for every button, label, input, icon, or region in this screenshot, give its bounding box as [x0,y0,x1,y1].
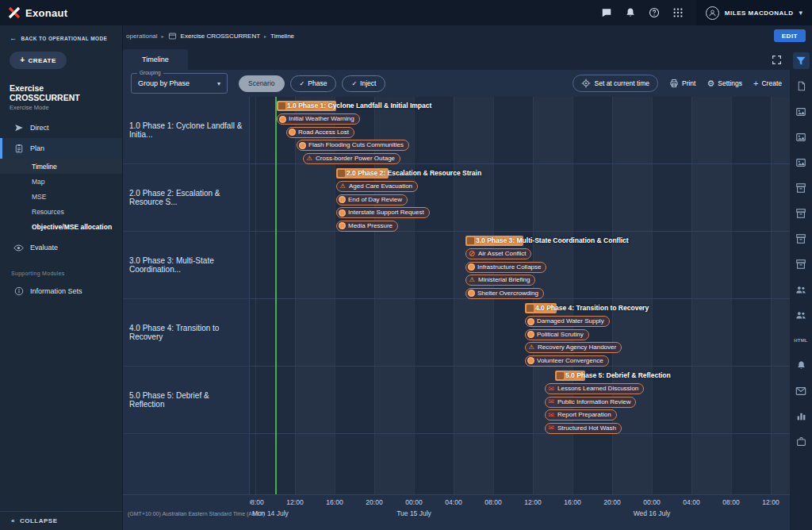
breadcrumb-operational[interactable]: operational [126,33,158,40]
inject-pill[interactable]: Damaged Water Supply [525,316,610,327]
inject-icon [339,196,346,203]
archive-1-icon[interactable] [793,179,810,196]
archive-4-icon[interactable] [793,255,810,272]
exonaut-logo[interactable]: Exonaut [8,6,67,19]
axis-tick: 00:00 [405,498,422,506]
media-1-icon[interactable] [793,103,810,120]
inject-pill[interactable]: ✉Lessons Learned Discussion [545,383,644,394]
row-label[interactable]: 2.0 Phase 2: Escalation & Resource S... [123,164,249,232]
notifications-bell-icon[interactable] [625,7,636,18]
sidebar-item-evaluate[interactable]: Evaluate [0,237,122,258]
inject-pill[interactable]: Initial Weather Warning [277,113,360,125]
conflict-icon: ⊘ [468,250,476,258]
breadcrumb-timeline[interactable]: Timeline [270,33,294,40]
inject-pill[interactable]: Shelter Overcrowding [465,288,544,299]
html-icon[interactable]: HTML [793,332,810,348]
inject-pill[interactable]: ⚠Ministerial Briefing [465,275,535,286]
inject-icon [468,290,475,297]
breadcrumb-exercise[interactable]: Exercise CROSSCURRENT [181,33,260,40]
messages-icon[interactable] [793,382,810,399]
user-menu[interactable]: MILES MACDONALD ▾ [696,0,812,25]
apps-grid-icon[interactable] [672,7,684,18]
inject-pill[interactable]: Interstate Support Request [336,207,430,218]
print-label: Print [682,79,695,87]
chip-label: Phase [308,79,327,87]
inject-pill[interactable]: Road Access Lost [286,127,354,138]
axis-tick: 04:00 [445,498,462,506]
document-icon[interactable] [793,78,810,94]
sidebar-item-information-sets[interactable]: Information Sets [0,281,122,301]
reports-icon[interactable] [793,408,810,424]
groups-2-icon[interactable] [793,306,810,323]
inject-icon [527,318,534,325]
row-label[interactable]: 4.0 Phase 4: Transition to Recovery [123,299,249,367]
archive-2-icon[interactable] [793,205,810,221]
sidebar-item-map[interactable]: Map [0,174,122,189]
inject-pill[interactable]: Flash Flooding Cuts Communities [297,140,409,151]
sidebar-item-plan[interactable]: Plan [0,138,122,159]
back-to-operational-link[interactable]: ← BACK TO OPERATIONAL MODE [0,25,122,45]
row-label[interactable]: 5.0 Phase 5: Debrief & Reflection [123,367,249,434]
row-label[interactable]: 1.0 Phase 1: Cyclone Landfall & Initia..… [123,97,249,164]
filter-chip-scenario[interactable]: Scenario [239,75,285,92]
notifications-icon[interactable] [793,357,810,374]
create-button[interactable]: + CREATE [10,52,67,69]
collapse-button[interactable]: « COLLAPSE [0,511,122,530]
phase-label: 5.0 Phase 5: Debrief & Reflection [565,371,671,381]
nav-label: Plan [30,144,44,152]
mail-icon: ✉ [547,411,555,419]
sidebar-item-mse[interactable]: MSE [0,189,122,204]
inject-pill[interactable]: Volunteer Convergence [525,355,609,367]
inject-pill[interactable]: ✉Report Preparation [545,409,617,421]
timezone-label: (GMT+10:00) Australian Eastern Standard … [128,511,265,517]
back-label: BACK TO OPERATIONAL MODE [21,36,107,41]
target-icon [581,79,591,88]
filter-chip-phase[interactable]: ✓Phase [290,75,337,92]
resources-icon[interactable] [793,433,810,450]
sidebar-item-resources[interactable]: Resources [0,204,122,219]
inject-icon [339,209,346,217]
archive-3-icon[interactable] [793,230,810,247]
media-2-icon[interactable] [793,129,810,145]
create-inject-button[interactable]: + Create [753,79,782,88]
tab-timeline[interactable]: Timeline [123,49,188,70]
sidebar-item-direct[interactable]: Direct [0,117,122,138]
row-label-text: 1.0 Phase 1: Cyclone Landfall & Initia..… [129,121,243,139]
groups-1-icon[interactable] [793,281,810,298]
inject-icon [468,263,475,271]
inject-pill[interactable]: ⚠Cross-border Power Outage [303,153,400,164]
settings-button[interactable]: ⚙ Settings [707,79,742,88]
chat-icon[interactable] [601,7,612,18]
grouping-select[interactable]: Grouping Group by Phase ▾ [131,73,228,94]
inject-pill[interactable]: ⚠Recovery Agency Handover [525,342,622,353]
filter-chip-inject[interactable]: ✓Inject [342,75,385,92]
inject-pill[interactable]: ⊘Air Asset Conflict [465,248,531,259]
inject-pill[interactable]: End of Day Review [336,194,408,205]
sidebar-item-timeline[interactable]: Timeline [0,159,122,174]
sidebar-item-objective-mse-allocation[interactable]: Objective/MSE allocation [0,219,122,234]
inject-pill[interactable]: ⚠Aged Care Evacuation [336,181,418,192]
fit-to-screen-icon[interactable] [772,55,782,65]
axis-date: Mon 14 July [252,509,289,517]
row-label[interactable]: 3.0 Phase 3: Multi-State Coordination... [123,232,249,299]
inject-pill[interactable]: Political Scrutiny [525,329,589,340]
inject-pill[interactable]: Infrastructure Collapse [465,262,546,273]
help-icon[interactable] [649,7,660,18]
chevron-right-icon: ▸ [264,33,266,39]
inject-label: Recovery Agency Handover [538,344,616,351]
inject-pill[interactable]: Media Pressure [336,221,398,232]
edit-button[interactable]: EDIT [774,29,806,42]
axis-date: Tue 15 July [396,509,431,517]
filter-icon[interactable] [793,52,810,69]
inject-icon [339,222,346,229]
inject-label: Interstate Support Request [348,209,424,216]
timeline-row: 2.0 Phase 2: Escalation & Resource Strai… [250,164,790,232]
inject-pill[interactable]: ✉Public Information Review [545,397,636,408]
media-3-icon[interactable] [793,154,810,171]
print-button[interactable]: Print [669,79,695,88]
set-at-current-time-button[interactable]: Set at current time [573,75,658,92]
set-time-label: Set at current time [595,79,649,87]
phase-icon [467,237,474,244]
inject-pill[interactable]: ✉Structured Hot Wash [545,423,622,434]
axis-tick: 12:00 [762,498,779,506]
